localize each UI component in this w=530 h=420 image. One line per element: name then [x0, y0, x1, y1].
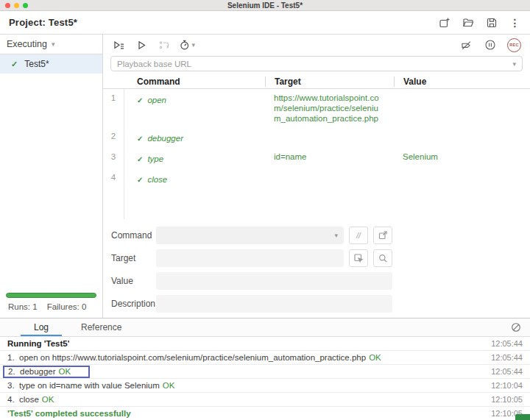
value-input[interactable] [156, 272, 392, 290]
more-menu-icon[interactable]: ⋮ [509, 16, 521, 29]
test-name: Test5* [24, 59, 49, 69]
open-reference-icon[interactable] [373, 227, 392, 244]
step-over-button[interactable] [156, 38, 172, 52]
command-editor: Command ▾ // Target [103, 219, 530, 318]
runs-summary: Runs: 1 Failures: 0 [0, 302, 102, 318]
tests-view-label: Executing [7, 39, 47, 49]
target-input[interactable] [156, 249, 344, 267]
run-all-tests-button[interactable] [110, 38, 127, 52]
command-column-header: Command [124, 76, 265, 87]
log-entry-status: OK [369, 353, 381, 362]
debugger-highlight-box: 2.debuggerOK [3, 366, 90, 378]
playback-toolbar: ▾ REC [103, 35, 530, 54]
log-entry-text: Running 'Test5' [7, 339, 69, 348]
log-entry-number: 3. [7, 381, 19, 390]
save-project-icon[interactable] [485, 16, 498, 29]
comment-toggle-button[interactable]: // [349, 227, 368, 244]
description-field-label: Description [103, 299, 156, 309]
target-column-header: Target [265, 76, 394, 87]
selenium-ide-window: Selenium IDE - Test5* Project: Test5* ⋮ … [0, 0, 530, 420]
chevron-down-icon: ▾ [512, 60, 516, 68]
log-entry-number: 1. [7, 353, 19, 362]
titlebar: Selenium IDE - Test5* [0, 0, 530, 11]
log-entry-text: 'Test5' completed successfully [7, 409, 131, 418]
log-entries: Running 'Test5'12:05:441.open on https:/… [0, 337, 530, 420]
command-name: close [147, 175, 167, 184]
log-entry: 4.closeOK12:10:05 [0, 393, 530, 407]
command-name: debugger [147, 134, 183, 143]
log-entry: 3.type on id=name with value SeleniumOK1… [0, 379, 530, 393]
value-field-label: Value [103, 276, 156, 286]
log-panel: Log Reference Running 'Test5'12:05:441.o… [0, 318, 530, 420]
log-entry: 'Test5' completed successfully12:10:05 [0, 407, 530, 420]
command-row-number: 2 [103, 131, 124, 144]
test-list-item[interactable]: ✓Test5* [0, 54, 102, 74]
command-passed-check-icon: ✓ [137, 155, 143, 163]
command-cell: ✓debugger [124, 131, 265, 144]
playback-base-url-box[interactable]: ▾ [110, 56, 523, 71]
tab-log[interactable]: Log [21, 318, 62, 336]
log-entry-text: open on https://www.tutorialspoint.com/s… [19, 353, 366, 362]
target-cell [265, 131, 394, 144]
commands-table: Command Target Value 1✓openhttps://www.t… [103, 74, 530, 219]
log-entry-text: close [19, 395, 39, 404]
tests-view-dropdown[interactable]: Executing ▾ [0, 35, 102, 54]
log-entry-status: OK [163, 381, 175, 390]
log-entry: 1.open on https://www.tutorialspoint.com… [0, 351, 530, 365]
project-title: Project: Test5* [9, 17, 77, 28]
log-entry-timestamp: 12:10:04 [484, 381, 523, 390]
open-project-icon[interactable] [462, 16, 474, 29]
playback-base-url-input[interactable] [117, 60, 508, 68]
command-passed-check-icon: ✓ [137, 96, 143, 104]
command-name: open [147, 96, 166, 104]
log-entry-status: OK [42, 395, 54, 404]
test-progress-bar [6, 293, 96, 298]
runs-count: Runs: 1 [8, 302, 38, 311]
chevron-down-icon: ▾ [334, 232, 338, 239]
command-row-number: 3 [103, 152, 124, 165]
value-cell [394, 93, 530, 124]
window-title: Selenium IDE - Test5* [0, 1, 530, 10]
failures-count: Failures: 0 [47, 302, 87, 311]
chevron-down-icon: ▾ [191, 41, 195, 49]
test-execution-speed-button[interactable]: ▾ [179, 38, 195, 52]
new-project-icon[interactable] [438, 16, 451, 29]
command-select[interactable]: ▾ [156, 227, 344, 244]
log-entry-text: type on id=name with value Selenium [19, 381, 160, 390]
log-entry-timestamp: 12:05:44 [484, 353, 523, 362]
find-target-icon[interactable] [373, 249, 392, 267]
description-input[interactable] [156, 295, 392, 313]
command-row[interactable]: 1✓openhttps://www.tutorialspoint.com/sel… [103, 89, 530, 127]
select-target-icon[interactable] [349, 249, 368, 267]
run-current-test-button[interactable] [133, 38, 149, 52]
command-row[interactable]: 4✓close [103, 168, 530, 189]
command-row-number: 4 [103, 172, 124, 185]
tab-reference[interactable]: Reference [78, 318, 124, 336]
log-tab-bar: Log Reference [0, 318, 530, 337]
log-entry-number: 4. [7, 395, 19, 404]
clear-log-icon[interactable] [510, 321, 522, 333]
log-entry-timestamp: 12:05:44 [484, 367, 523, 376]
value-cell [394, 131, 530, 144]
corner-badge [515, 414, 530, 420]
chevron-down-icon: ▾ [52, 40, 55, 48]
command-cell: ✓open [124, 93, 265, 124]
value-cell: Selenium [394, 152, 530, 165]
target-cell [265, 172, 394, 185]
app-header: Project: Test5* ⋮ [0, 11, 530, 35]
value-column-header: Value [394, 76, 530, 87]
command-row[interactable]: 3✓typeid=nameSelenium [103, 148, 530, 168]
log-entry-status: OK [59, 367, 71, 376]
record-button[interactable]: REC [507, 38, 521, 52]
log-entry-timestamp: 12:05:44 [484, 339, 523, 348]
disable-breakpoints-icon[interactable] [459, 38, 473, 52]
target-cell: id=name [265, 152, 394, 165]
main-panel: ▾ REC ▾ [103, 35, 530, 318]
log-entry-text: debugger [20, 367, 56, 376]
log-entry-number: 2. [8, 367, 20, 376]
command-row[interactable]: 2✓debugger [103, 127, 530, 148]
target-cell: https://www.tutorialspoint.com/selenium/… [265, 93, 394, 124]
command-cell: ✓type [124, 152, 265, 165]
pause-on-exceptions-icon[interactable] [483, 38, 498, 52]
tests-sidebar: Executing ▾ ✓Test5* Runs: 1 Failures: 0 [0, 35, 103, 318]
